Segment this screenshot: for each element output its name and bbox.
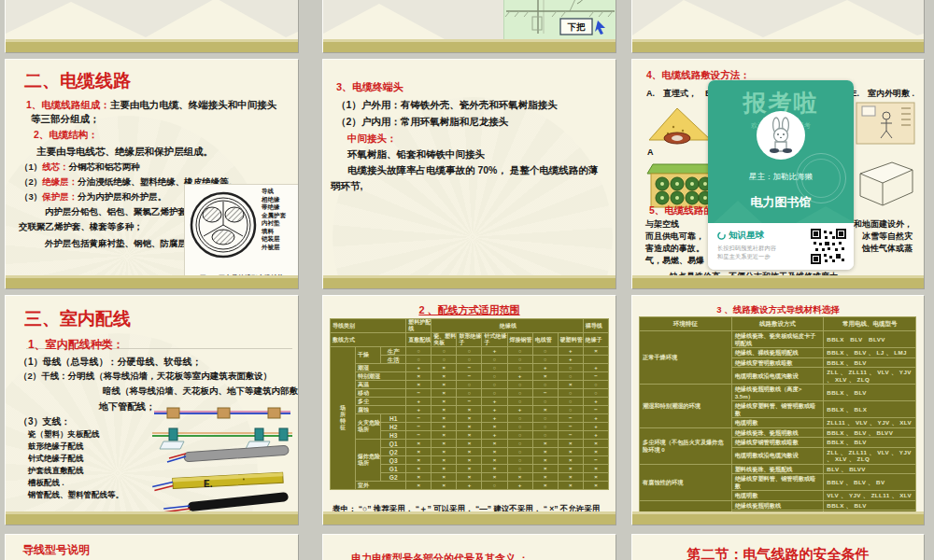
- table-cell: −: [583, 456, 608, 465]
- table-row-group: 干燥: [356, 347, 381, 364]
- slide-thumb-8[interactable]: 2 、配线方式适用范围 导线类别塑料护配线绝缘线裸导线敷线方式直敷配线瓷、塑料夹…: [322, 295, 616, 525]
- brand-name: 知识星球: [729, 230, 764, 242]
- laying-method-cell: 绝缘线瓷珠、瓷瓶明敷线: [731, 427, 824, 438]
- table-cell: ×: [432, 372, 457, 381]
- pole-guywire-figure: 30°~60° 下把: [503, 0, 616, 42]
- model-code-cell: BBLX 、 BLX: [824, 401, 916, 418]
- slide-thumb-3[interactable]: [631, 0, 925, 53]
- laying-method-cell: 绝缘线穿塑料管、钢管明敷或暗敷: [731, 474, 824, 491]
- env-cell: 潮湿和特别潮湿的环境: [640, 385, 732, 428]
- laying-method-cell: 绝缘线瓷珠、瓷夹板或铝皮卡子明配线: [731, 331, 824, 348]
- watermark-peaks: [632, 0, 924, 41]
- table-cell: −: [558, 431, 583, 440]
- slide-sorter-grid: 30°~60° 下把 二、电缆线路 1、电缆线路组成：主要由电力电缆、终端接头和…: [0, 0, 934, 560]
- table-header-cell: 电线管: [532, 333, 558, 347]
- figure-label: 带绝缘: [262, 203, 286, 212]
- slide8-title: 2 、配线方式适用范围: [323, 303, 616, 317]
- svg-text:A: A: [647, 147, 654, 157]
- table-cell: −: [457, 372, 482, 381]
- model-code-cell: BBLX BLV BLVV: [824, 331, 916, 348]
- table-row-sub: Q1: [381, 440, 406, 448]
- table-cell: ×: [532, 473, 558, 482]
- table-cell: −: [406, 414, 432, 423]
- table-cell: ○: [406, 356, 432, 364]
- table-row-group: 多尘: [356, 398, 406, 406]
- laying-method-cell: 塑料线瓷珠、瓷瓶配线: [731, 464, 824, 474]
- table-cell: ○: [532, 398, 558, 406]
- table-cell: ○: [482, 389, 507, 398]
- branch-wiring-item: 瓷（塑料）夹板配线: [28, 428, 123, 441]
- table-row-group: 火灾危险场所: [356, 414, 381, 440]
- slide4-line2: 等三部分组成；: [31, 113, 100, 126]
- table-cell: −: [532, 389, 558, 398]
- table-cell: ○: [432, 356, 457, 364]
- table-header-cell: 绝缘子: [583, 333, 608, 347]
- slide-thumb-10[interactable]: 导线型号说明: [5, 534, 299, 560]
- paragraph-fragment-left: 与架空线: [645, 218, 679, 231]
- slide-thumb-9[interactable]: 3 、线路敷设方式导线材料选择 环境特征线路敷设方式常用电线、电缆型号正常干燥环…: [631, 295, 925, 525]
- model-code-cell: ZLL11 、 VLV 、 YJV 、 XLV: [824, 418, 916, 428]
- figure-label: 外被层: [262, 244, 286, 252]
- slide-thumb-11[interactable]: 电力电缆型号各部分的代号及其含义 ：: [322, 534, 616, 560]
- table-row-group: 潮湿: [356, 364, 406, 372]
- table-row-group: 室外: [356, 482, 406, 490]
- table-cell: ○: [507, 381, 532, 389]
- label-e: E.: [204, 479, 212, 489]
- table-cell: ×: [583, 482, 608, 490]
- slide-thumb-12[interactable]: 第二节：电气线路的安全条件: [631, 534, 925, 560]
- model-code-cell: VLV 、 YJV 、 ZLL11 、 XLV: [824, 491, 916, 501]
- table-cell: ×: [482, 456, 507, 465]
- slide-thumb-6[interactable]: 4、电缆线路敷设方法： A. 直埋式， B. E. 室内外明敷 . A: [631, 59, 925, 289]
- table-cell: ○: [558, 398, 583, 406]
- knowledge-planet-card[interactable]: 报考啦 欢迎广 级报考: [708, 80, 854, 270]
- slide-thumb-2[interactable]: 30°~60° 下把: [322, 0, 616, 53]
- table-cell: ×: [583, 473, 608, 482]
- table-cell: ×: [558, 473, 583, 482]
- table-header-cell: 导线类别: [331, 319, 406, 333]
- table-cell: ○: [558, 389, 583, 398]
- table-cell: ×: [432, 456, 457, 465]
- table-cell: ×: [457, 431, 482, 440]
- table-cell: ×: [457, 440, 482, 448]
- slide-thumb-7[interactable]: 三、室内配线 1、室内配线种类： （1）母线（总导线）：分硬母线、软母线； （2…: [5, 295, 299, 525]
- card-owner: 星主：加勒比海獭: [708, 172, 854, 183]
- table-cell: +: [482, 414, 507, 423]
- slide6-methods-right: E. 室内外明敷 .: [851, 88, 914, 100]
- table-cell: +: [507, 482, 532, 490]
- table-cell: +: [482, 431, 507, 440]
- slide-thumb-4[interactable]: 二、电缆线路 1、电缆线路组成：主要由电力电缆、终端接头和中间接头 等三部分组成…: [5, 59, 299, 289]
- branch-wiring-item: 槽板配线 .: [28, 477, 123, 489]
- table-cell: +: [406, 398, 432, 406]
- table-cell: ×: [457, 448, 482, 456]
- laying-method-cell: 电缆明敷或沿电缆沟敷设: [731, 447, 824, 464]
- table-cell: −: [558, 414, 583, 423]
- table-cell: ×: [558, 465, 583, 473]
- figure-label: 金属护套: [262, 212, 286, 220]
- table-cell: +: [482, 406, 507, 414]
- table-row-sub: H3: [381, 431, 406, 440]
- slide-thumb-5[interactable]: 3、电缆终端头 （1）户外用：有铸铁外壳、瓷外壳和环氧树脂接头 （2）户内用：常…: [322, 59, 616, 289]
- table-cell: ○: [482, 372, 507, 381]
- table-cell: ×: [558, 381, 583, 389]
- table-cell: ×: [482, 423, 507, 431]
- model-code-cell: BBLV 、 BLV 、 BV: [824, 474, 916, 491]
- table-row-group: 移动: [356, 389, 406, 398]
- table-cell: ×: [457, 406, 482, 414]
- model-code-cell: BBLX 、 BLV 、 LJ 、 LMJ: [824, 348, 916, 358]
- table-cell: ×: [532, 465, 558, 473]
- table-row-sub: G2: [381, 473, 406, 482]
- branch-wiring-item: 针式绝缘子配线: [28, 453, 123, 465]
- table-cell: +: [406, 406, 432, 414]
- slide5-line4: 中间接头：: [347, 133, 397, 146]
- table-header-cell: 塑料护配线: [406, 319, 432, 333]
- table-cell: ×: [406, 473, 432, 482]
- slide4-line7: （3）保护层：分为内护层和外护层。: [20, 191, 166, 203]
- slide7-line2: （2）干线：分明线（将导线沿墙，天花板等室内建筑表面敷设）: [19, 371, 272, 383]
- paragraph-fragment-right: 蚀性气体或蒸: [862, 243, 913, 255]
- branch-wiring-item: 钢管配线、塑料管配线等。: [28, 489, 123, 501]
- env-cell: 有腐蚀性的环境: [640, 464, 732, 500]
- slide-thumb-1[interactable]: [5, 0, 299, 53]
- table-cell: ○: [558, 406, 583, 414]
- slide7-line1: （1）母线（总导线）：分硬母线、软母线；: [19, 356, 202, 369]
- table-cell: ×: [558, 482, 583, 490]
